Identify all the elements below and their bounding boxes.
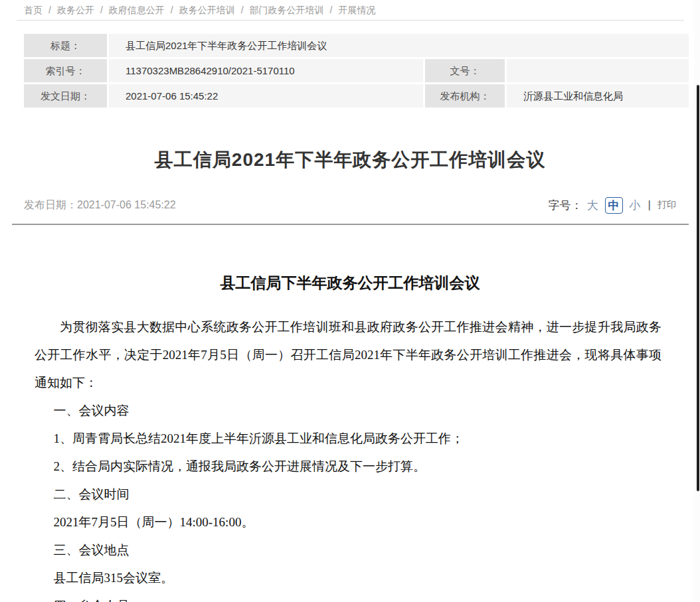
article-paragraph: 2021年7月5日（周一）14:00-16:00。	[35, 508, 661, 536]
breadcrumb-item[interactable]: 政务公开	[57, 5, 94, 15]
font-size-large-button[interactable]: 大	[587, 198, 598, 213]
meta-issue-date-value: 2021-07-06 15:45:22	[109, 84, 423, 108]
breadcrumb-item[interactable]: 政务公开培训	[179, 5, 235, 15]
meta-index-value: 11370323MB28642910/2021-5170110	[109, 59, 423, 82]
breadcrumb-separator: /	[100, 5, 103, 15]
article-paragraph: 2、结合局内实际情况，通报我局政务公开进展情况及下一步打算。	[35, 453, 661, 481]
breadcrumb-item[interactable]: 开展情况	[338, 5, 375, 15]
publish-date-value: 2021-07-06 15:45:22	[77, 199, 176, 210]
meta-doc-number-value	[507, 59, 689, 82]
breadcrumb-item[interactable]: 首页	[24, 5, 43, 15]
font-size-label: 字号：	[549, 198, 582, 213]
article-heading: 县工信局下半年政务公开工作培训会议	[0, 273, 700, 293]
breadcrumb: 首页/政务公开/政府信息公开/政务公开培训/部门政务公开培训/开展情况	[0, 0, 700, 16]
document-meta-table: 标题： 县工信局2021年下半年政务公开工作培训会议 索引号： 11370323…	[24, 34, 689, 108]
breadcrumb-separator: /	[241, 5, 244, 15]
breadcrumb-item[interactable]: 政府信息公开	[109, 5, 165, 15]
page-title: 县工信局2021年下半年政务公开工作培训会议	[0, 147, 700, 173]
font-size-tools: 字号： 大 中 小 | 打印	[549, 197, 676, 214]
breadcrumb-divider	[17, 20, 684, 21]
article-paragraph: 1、周青霄局长总结2021年度上半年沂源县工业和信息化局政务公开工作；	[35, 425, 661, 453]
meta-title-value: 县工信局2021年下半年政务公开工作培训会议	[109, 34, 689, 57]
article-paragraph: 为贯彻落实县大数据中心系统政务公开工作培训班和县政府政务公开工作推进会精神，进一…	[35, 313, 661, 397]
meta-issue-date-label: 发文日期：	[24, 84, 107, 108]
article-paragraph: 一、会议内容	[35, 397, 661, 425]
font-size-medium-button[interactable]: 中	[605, 197, 623, 214]
meta-issuing-org-label: 发布机构：	[425, 84, 505, 108]
article-paragraph: 二、会议时间	[35, 481, 661, 508]
font-size-small-button[interactable]: 小	[630, 198, 641, 213]
breadcrumb-separator: /	[330, 5, 333, 15]
meta-issuing-org-value: 沂源县工业和信息化局	[507, 84, 689, 108]
article-paragraph: 四、参会人员	[35, 592, 661, 602]
toolbar-separator: |	[648, 198, 651, 212]
breadcrumb-item[interactable]: 部门政务公开培训	[250, 5, 324, 15]
meta-title-label: 标题：	[24, 34, 107, 57]
content-divider	[12, 224, 689, 225]
meta-index-label: 索引号：	[24, 59, 107, 82]
meta-doc-number-label: 文号：	[425, 59, 505, 82]
article-toolbar: 发布日期：2021-07-06 15:45:22 字号： 大 中 小 | 打印	[24, 196, 676, 214]
article-paragraph: 三、会议地点	[35, 536, 661, 564]
publish-date-label: 发布日期：	[24, 199, 77, 210]
publish-date: 发布日期：2021-07-06 15:45:22	[24, 198, 176, 212]
article-body: 为贯彻落实县大数据中心系统政务公开工作培训班和县政府政务公开工作推进会精神，进一…	[35, 313, 661, 602]
breadcrumb-separator: /	[48, 5, 51, 15]
scrollbar-thumb[interactable]	[697, 85, 699, 491]
print-button[interactable]: 打印	[657, 199, 676, 211]
breadcrumb-separator: /	[171, 5, 173, 15]
article-paragraph: 县工信局315会议室。	[35, 564, 661, 592]
